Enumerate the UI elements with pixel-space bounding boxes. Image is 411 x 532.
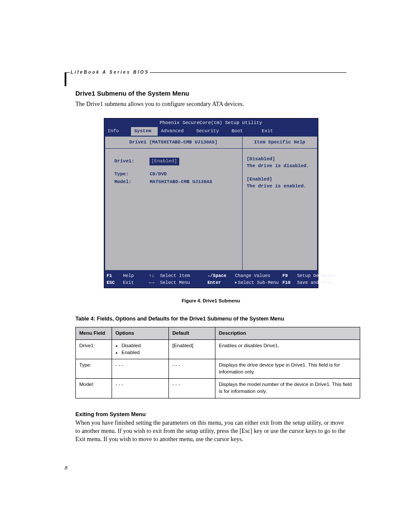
bios-tab-advanced[interactable]: Advanced xyxy=(158,127,193,136)
cell-default: [Enabled] xyxy=(169,340,215,359)
table-row: Drive1: Disabled Enabled [Enabled] Enabl… xyxy=(76,340,360,359)
th-options: Options xyxy=(112,327,169,340)
bios-field-label: Type: xyxy=(115,171,148,178)
th-default: Default xyxy=(169,327,215,340)
bios-key-select-menu: Select Menu xyxy=(160,280,208,286)
bios-help-pane: Item Specific Help [Disabled] The drive … xyxy=(242,136,318,271)
bios-key-select-item: Select Item xyxy=(160,273,208,279)
bios-key-help-label: Help xyxy=(123,273,149,279)
bios-key-f1: F1 xyxy=(107,273,123,279)
exit-body: When you have finished setting the param… xyxy=(75,419,346,444)
table-row: Type: - - - - - - Displays the drive dev… xyxy=(76,359,360,379)
cell-options: - - - xyxy=(112,379,169,398)
cell-desc: Enables or disables Drive1. xyxy=(215,340,360,359)
option-item: Disabled xyxy=(121,342,165,349)
bios-key-select-submenu-label: Select Sub-Menu xyxy=(238,280,279,285)
cell-desc: Displays the drive device type in Drive1… xyxy=(215,359,360,379)
table-caption: Table 4: Fields, Options and Defaults fo… xyxy=(75,315,346,323)
cell-field: Drive1: xyxy=(76,340,112,359)
bios-help-body: [Disabled] The drive is disabled. [Enabl… xyxy=(243,149,317,200)
bios-field-type: Type: CD/DVD xyxy=(115,171,237,178)
bios-key-setup-defaults: Setup Defaults xyxy=(297,273,335,279)
cell-desc: Displays the model number of the device … xyxy=(215,379,360,398)
page-number: 8 xyxy=(65,464,68,472)
bios-left-heading: Drive1 [MATSHITABD-CMB UJ130AS] xyxy=(105,137,242,149)
bios-key-select-submenu: Select Sub-Menu xyxy=(235,280,283,286)
cell-default: - - - xyxy=(169,359,215,379)
bios-tab-info[interactable]: Info xyxy=(104,127,131,136)
bios-tab-system[interactable]: System xyxy=(131,127,158,136)
section-intro: The Drive1 submenu allows you to configu… xyxy=(75,100,346,109)
cell-field: Model: xyxy=(76,379,112,398)
bios-key-esc: ESC xyxy=(107,280,123,286)
cell-options: Disabled Enabled xyxy=(112,340,169,359)
header-label: LifeBook A Series BIOS xyxy=(70,69,150,75)
bios-key-f9: F9 xyxy=(283,273,297,279)
section-title: Drive1 Submenu of the System Menu xyxy=(75,89,346,98)
bios-footer: F1 Help Select Item -/Space Change Value… xyxy=(104,271,318,288)
bios-field-value: MATSHITABD-CMB UJ130AS xyxy=(150,179,237,186)
bios-help-item: [Disabled] The drive is disabled. xyxy=(247,156,313,170)
arrow-updown-icon xyxy=(149,273,160,279)
bios-help-item: [Enabled] The drive is enabled. xyxy=(247,176,313,190)
figure-caption: Figure 4. Drive1 Submenu xyxy=(75,298,346,304)
bios-key-exit-label: Exit xyxy=(123,280,149,286)
cell-field: Type: xyxy=(76,359,112,379)
bios-utility: Phoenix SecureCore(tm) Setup Utility Inf… xyxy=(104,118,318,288)
bios-key-enter: Enter xyxy=(208,280,235,286)
bios-field-value[interactable]: [Enabled] xyxy=(150,158,237,165)
bios-help-heading: Item Specific Help xyxy=(243,137,317,149)
cell-options: - - - xyxy=(112,359,169,379)
bios-help-head: [Disabled] xyxy=(247,156,313,163)
bios-left-pane: Drive1 [MATSHITABD-CMB UJ130AS] Drive1: … xyxy=(105,136,242,271)
bios-title: Phoenix SecureCore(tm) Setup Utility xyxy=(104,118,318,127)
bios-field-drive1[interactable]: Drive1: [Enabled] xyxy=(115,158,237,165)
bios-key-change-values: Change Values xyxy=(235,273,283,279)
bios-selected-value[interactable]: [Enabled] xyxy=(150,158,179,165)
bios-key-save-exit: Save and Exit xyxy=(297,280,335,286)
bios-field-label: Model: xyxy=(115,179,148,186)
bios-key-space: -/Space xyxy=(208,273,235,279)
bios-tab-exit[interactable]: Exit xyxy=(258,127,318,136)
table-header-row: Menu Field Options Default Description xyxy=(76,327,360,340)
bios-help-text: The drive is disabled. xyxy=(247,162,313,170)
bios-field-label: Drive1: xyxy=(115,158,148,165)
page-header: LifeBook A Series BIOS xyxy=(65,72,346,73)
table-row: Model: - - - - - - Displays the model nu… xyxy=(76,379,360,398)
bios-help-head: [Enabled] xyxy=(247,176,313,183)
bios-fields: Drive1: [Enabled] Type: CD/DVD Model: MA… xyxy=(105,149,242,191)
bios-help-text: The drive is enabled. xyxy=(247,183,313,190)
bios-field-value: CD/DVD xyxy=(150,171,237,178)
bios-tab-boot[interactable]: Boot xyxy=(228,127,258,136)
bios-tabs: Info System Advanced Security Boot Exit xyxy=(104,127,318,136)
bios-key-f10: F10 xyxy=(283,280,297,286)
bios-tab-security[interactable]: Security xyxy=(193,127,228,136)
bios-body: Drive1 [MATSHITABD-CMB UJ130AS] Drive1: … xyxy=(104,136,318,271)
arrow-leftright-icon xyxy=(149,280,160,286)
cell-default: - - - xyxy=(169,379,215,398)
bios-field-model: Model: MATSHITABD-CMB UJ130AS xyxy=(115,179,237,186)
header-tick xyxy=(65,72,66,86)
fields-table: Menu Field Options Default Description D… xyxy=(75,327,360,398)
option-item: Enabled xyxy=(121,349,165,356)
th-menu-field: Menu Field xyxy=(76,327,112,340)
th-description: Description xyxy=(215,327,360,340)
exit-heading: Exiting from System Menu xyxy=(75,411,346,418)
